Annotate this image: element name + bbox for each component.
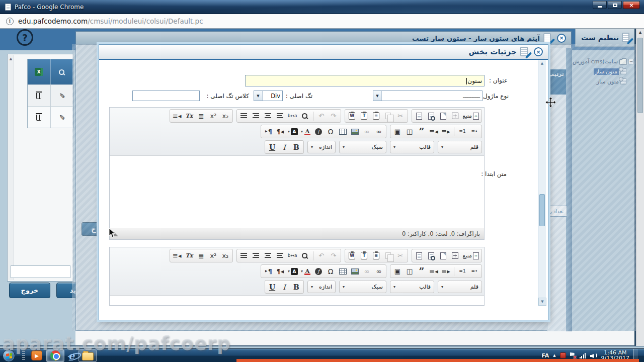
justify-center-icon[interactable]: [262, 250, 274, 261]
templates-icon[interactable]: [437, 250, 449, 261]
page-scrollbar-thumb[interactable]: [637, 38, 643, 113]
flash-icon[interactable]: ƒ: [312, 265, 325, 277]
module-type-select[interactable]: ▼ ــــــــــ: [373, 90, 482, 101]
maximize-icon[interactable]: [449, 110, 461, 122]
link-icon[interactable]: ∞: [373, 126, 385, 137]
increase-indent-icon[interactable]: ≡▸: [440, 265, 452, 277]
numbered-list-icon[interactable]: ≡1: [456, 126, 468, 137]
volume-icon[interactable]: [590, 352, 597, 358]
style-dropdown[interactable]: ▾سبک: [339, 141, 386, 153]
templates-icon[interactable]: [437, 110, 449, 122]
scroll-down-icon[interactable]: ▼: [538, 298, 546, 306]
underline-button[interactable]: U: [266, 281, 278, 293]
decrease-indent-icon[interactable]: ≡◂: [428, 265, 440, 277]
div-container-icon[interactable]: ◫: [404, 265, 416, 277]
grid-header-export[interactable]: X: [28, 59, 50, 84]
taskbar-item-chrome[interactable]: [46, 349, 64, 362]
background-color-button[interactable]: ▾A: [286, 126, 299, 137]
text-color-button[interactable]: ▾A: [299, 126, 312, 137]
table-icon[interactable]: [337, 265, 349, 277]
scroll-up-icon[interactable]: ▲: [8, 57, 14, 61]
scroll-up-icon[interactable]: ▲: [538, 61, 546, 65]
justify-left-icon[interactable]: [274, 250, 286, 261]
preview-icon[interactable]: [425, 250, 437, 261]
blockquote-icon[interactable]: ”: [416, 126, 428, 137]
decrease-indent-icon[interactable]: ≡◂: [428, 126, 440, 137]
editor-content[interactable]: [110, 156, 484, 228]
format-dropdown[interactable]: ▾قالب: [390, 141, 434, 153]
image-icon[interactable]: [349, 265, 361, 277]
text-direction-ltr-icon[interactable]: ‣¶: [262, 126, 274, 137]
text-direction-rtl-icon[interactable]: ¶◂: [274, 265, 286, 277]
iframe-icon[interactable]: ▣: [391, 126, 404, 137]
close-button[interactable]: ×: [623, 1, 640, 9]
find-replace-icon[interactable]: b↔a: [286, 250, 299, 261]
language-indicator[interactable]: FA: [541, 352, 549, 359]
font-dropdown[interactable]: ▾قلم: [438, 281, 482, 293]
text-direction-rtl-icon[interactable]: ¶◂: [274, 126, 286, 137]
numbered-list-icon[interactable]: ≡1: [456, 265, 468, 277]
main-tag-select[interactable]: ▼ Div: [254, 90, 283, 101]
paste-from-word-icon[interactable]: W: [346, 250, 358, 261]
taskbar-item-explorer[interactable]: [78, 349, 97, 362]
italic-button[interactable]: I: [278, 141, 290, 153]
subscript-icon[interactable]: x₂: [219, 250, 231, 261]
url-bar[interactable]: i edu.pafcodemo.com/cmsui/moduleui/colsu…: [0, 14, 644, 29]
close-icon[interactable]: ×: [534, 47, 543, 56]
justify-right-icon[interactable]: [250, 250, 262, 261]
list-rtl-icon[interactable]: ≡◂: [171, 110, 183, 122]
style-dropdown[interactable]: ▾سبک: [339, 281, 386, 293]
tray-app-icon[interactable]: [560, 352, 566, 358]
minimize-button[interactable]: [593, 1, 607, 9]
justify-right-icon[interactable]: [250, 110, 262, 122]
bold-button[interactable]: B: [290, 281, 302, 293]
search-icon[interactable]: [299, 250, 311, 261]
taskbar-item-internet-explorer[interactable]: e: [68, 349, 74, 362]
select-all-icon[interactable]: ≣: [195, 250, 207, 261]
div-container-icon[interactable]: ◫: [404, 126, 416, 137]
remove-format-icon[interactable]: Tx: [183, 110, 195, 122]
flash-icon[interactable]: ƒ: [312, 126, 325, 137]
maximize-icon[interactable]: [449, 250, 461, 261]
title-input[interactable]: ستون: [245, 75, 485, 86]
list-rtl-icon[interactable]: ≡◂: [171, 250, 183, 261]
chevron-down-icon[interactable]: ▼: [373, 91, 382, 101]
taskbar-item-media-player[interactable]: ▶: [31, 349, 42, 362]
font-size-dropdown[interactable]: ▾اندازه: [307, 141, 336, 153]
scroll-up-icon[interactable]: ▲: [636, 30, 644, 35]
blockquote-icon[interactable]: ”: [416, 265, 428, 277]
chevron-down-icon[interactable]: ▼: [254, 91, 263, 101]
paste-plain-text-icon[interactable]: T: [358, 110, 370, 122]
search-icon[interactable]: [299, 110, 311, 122]
italic-button[interactable]: I: [278, 281, 290, 293]
text-direction-ltr-icon[interactable]: ‣¶: [262, 265, 274, 277]
new-page-icon[interactable]: [413, 250, 425, 261]
superscript-icon[interactable]: x²: [207, 110, 219, 122]
find-replace-icon[interactable]: b↔a: [286, 110, 299, 122]
hidden-icons-button[interactable]: ▲: [553, 353, 555, 357]
grid-header-search[interactable]: [50, 59, 73, 84]
paste-icon[interactable]: ≡: [370, 110, 382, 122]
url-text[interactable]: edu.pafcodemo.com/cmsui/moduleui/colsui/…: [18, 17, 203, 25]
dialog-scrollbar-thumb[interactable]: [539, 194, 545, 226]
bulleted-list-icon[interactable]: ≡•: [468, 126, 480, 137]
exit-button[interactable]: خروج: [9, 283, 50, 298]
info-icon[interactable]: i: [6, 18, 14, 25]
paste-from-word-icon[interactable]: W: [346, 110, 358, 122]
paste-plain-text-icon[interactable]: T: [358, 250, 370, 261]
image-icon[interactable]: [349, 126, 361, 137]
font-size-dropdown[interactable]: ▾اندازه: [307, 281, 336, 293]
justify-left-icon[interactable]: [274, 110, 286, 122]
source-button[interactable]: منبع‹›: [461, 250, 480, 261]
network-icon[interactable]: [580, 353, 586, 358]
justify-block-icon[interactable]: [238, 250, 250, 261]
underline-button[interactable]: U: [266, 141, 278, 153]
bulleted-list-icon[interactable]: ≡•: [468, 265, 480, 277]
delete-button[interactable]: [28, 107, 50, 128]
dialog-scrollbar[interactable]: ▲ ▼: [538, 60, 546, 306]
subscript-icon[interactable]: x₂: [219, 110, 231, 122]
left-panel-scrollbar[interactable]: ▲: [8, 55, 14, 280]
maximize-button[interactable]: [608, 1, 622, 9]
select-all-icon[interactable]: ≣: [195, 110, 207, 122]
superscript-icon[interactable]: x²: [207, 250, 219, 261]
